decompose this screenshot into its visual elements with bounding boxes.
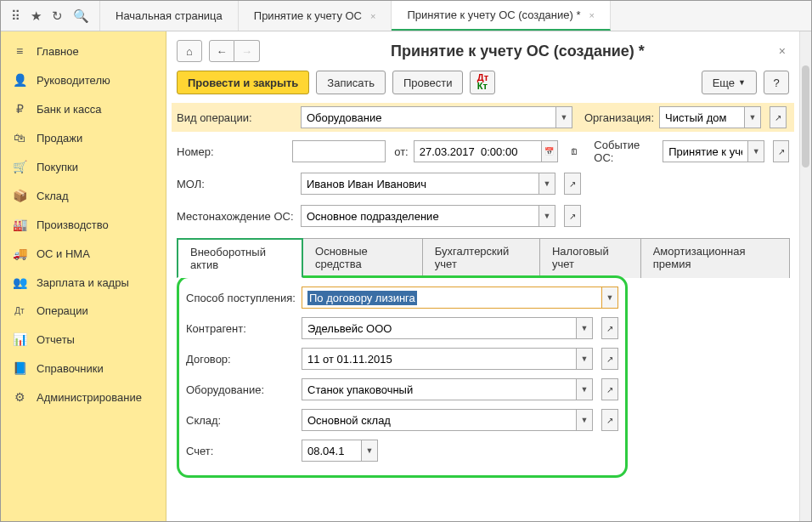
post-button[interactable]: Провести — [392, 71, 464, 94]
close-page-button[interactable]: × — [775, 44, 789, 58]
tab-accounting[interactable]: Бухгалтерский учет — [422, 238, 540, 278]
event-os-label: Событие ОС: — [594, 139, 657, 164]
equipment-label: Оборудование: — [186, 383, 296, 396]
mol-input[interactable] — [301, 173, 539, 195]
open-ref-button[interactable]: ↗ — [773, 140, 789, 162]
warehouse-input[interactable] — [302, 409, 576, 431]
open-ref-button[interactable]: ↗ — [564, 205, 581, 227]
open-ref-button[interactable]: ↗ — [564, 173, 581, 195]
from-label: от: — [394, 145, 409, 158]
dropdown-icon[interactable]: ▼ — [555, 106, 572, 128]
sidebar-item-reports[interactable]: 📊Отчеты — [1, 325, 166, 354]
dropdown-icon[interactable]: ▼ — [576, 317, 593, 339]
open-ref-button[interactable]: ↗ — [601, 378, 618, 400]
more-button[interactable]: Еще ▼ — [702, 71, 757, 94]
home-button[interactable]: ⌂ — [177, 40, 202, 62]
calendar-icon[interactable]: 📅 — [541, 140, 558, 162]
counterparty-label: Контрагент: — [186, 322, 296, 335]
bag-icon: 🛍 — [13, 131, 26, 145]
event-os-input[interactable] — [663, 140, 747, 162]
dropdown-icon[interactable]: ▼ — [576, 378, 593, 400]
organization-input[interactable] — [659, 106, 744, 128]
star-icon[interactable]: ★ — [31, 9, 42, 24]
sidebar-item-sales[interactable]: 🛍Продажи — [1, 123, 166, 152]
dropdown-icon[interactable]: ▼ — [601, 287, 618, 309]
scrollbar-thumb[interactable] — [802, 65, 809, 167]
sidebar-item-production[interactable]: 🏭Производство — [1, 210, 166, 239]
apps-icon[interactable]: ⠿ — [11, 9, 20, 24]
sidebar-item-operations[interactable]: ДтОперации — [1, 297, 166, 325]
tab-doc-2-active[interactable]: Принятие к учету ОС (создание) *× — [392, 1, 610, 31]
tab-amort-premium[interactable]: Амортизационная премия — [640, 238, 790, 278]
operation-type-input[interactable] — [301, 106, 555, 128]
number-label: Номер: — [177, 145, 287, 158]
number-input[interactable] — [292, 140, 386, 162]
method-label: Способ поступления: — [186, 292, 296, 304]
chart-icon: 📊 — [13, 332, 26, 346]
history-icon[interactable]: ↻ — [52, 9, 63, 24]
help-button[interactable]: ? — [764, 71, 789, 94]
tab-fixed-assets[interactable]: Основные средства — [302, 238, 423, 278]
account-input[interactable] — [302, 440, 361, 462]
cart-icon: 🛒 — [13, 160, 26, 173]
sidebar-item-purchases[interactable]: 🛒Покупки — [1, 152, 166, 181]
gear-icon: ⚙ — [13, 390, 26, 404]
location-input[interactable] — [301, 205, 539, 227]
back-button[interactable]: ← — [209, 40, 234, 62]
tab-doc-1[interactable]: Принятие к учету ОС× — [239, 1, 392, 31]
tab-tax[interactable]: Налоговый учет — [539, 238, 641, 278]
sidebar-item-os-nma[interactable]: 🚚ОС и НМА — [1, 239, 166, 268]
dropdown-icon[interactable]: ▼ — [361, 440, 378, 462]
chevron-down-icon: ▼ — [738, 78, 746, 87]
equipment-input[interactable] — [302, 378, 576, 400]
work-area: ⌂ ← → Принятие к учету ОС (создание) * ×… — [166, 31, 799, 521]
truck-icon: 🚚 — [13, 247, 26, 260]
open-ref-button[interactable]: ↗ — [601, 409, 618, 431]
vertical-scrollbar[interactable] — [799, 31, 811, 521]
account-label: Счет: — [186, 445, 296, 457]
top-bar: ⠿ ★ ↻ 🔍 Начальная страница Принятие к уч… — [1, 1, 811, 31]
menu-icon: ≡ — [13, 44, 26, 58]
save-button[interactable]: Записать — [316, 71, 386, 94]
factory-icon: 🏭 — [13, 218, 26, 231]
organization-label: Организация: — [584, 111, 654, 124]
counterparty-input[interactable] — [302, 317, 576, 339]
calendar-extra-icon[interactable]: 🗓 — [567, 140, 583, 162]
sidebar-item-admin[interactable]: ⚙Администрирование — [1, 383, 166, 411]
box-icon: 📦 — [13, 189, 26, 202]
dropdown-icon[interactable]: ▼ — [539, 173, 555, 195]
dropdown-icon[interactable]: ▼ — [747, 140, 764, 162]
open-ref-button[interactable]: ↗ — [601, 317, 618, 339]
ruble-icon: ₽ — [13, 102, 26, 116]
sidebar-item-main[interactable]: ≡Главное — [1, 37, 166, 65]
dtkt-icon: Дт — [13, 306, 26, 315]
dropdown-icon[interactable]: ▼ — [539, 205, 555, 227]
close-icon[interactable]: × — [589, 10, 594, 20]
date-input[interactable] — [414, 140, 541, 162]
tab-home[interactable]: Начальная страница — [100, 1, 239, 31]
sidebar-item-warehouse[interactable]: 📦Склад — [1, 181, 166, 210]
close-icon[interactable]: × — [370, 11, 375, 21]
warehouse-label: Склад: — [186, 414, 296, 427]
sidebar-item-manager[interactable]: 👤Руководителю — [1, 65, 166, 94]
contract-input[interactable] — [302, 348, 576, 370]
tab-noncurrent-asset[interactable]: Внеоборотный актив — [177, 238, 303, 278]
sidebar-item-bank[interactable]: ₽Банк и касса — [1, 94, 166, 123]
dropdown-icon[interactable]: ▼ — [576, 409, 593, 431]
contract-label: Договор: — [186, 353, 296, 366]
post-and-close-button[interactable]: Провести и закрыть — [177, 71, 309, 94]
dropdown-icon[interactable]: ▼ — [744, 106, 761, 128]
open-ref-button[interactable]: ↗ — [601, 348, 618, 370]
search-icon[interactable]: 🔍 — [73, 9, 89, 24]
method-input[interactable]: По договору лизинга — [302, 287, 601, 309]
operation-type-label: Вид операции: — [177, 111, 296, 124]
form-tabs: Внеоборотный актив Основные средства Бух… — [177, 237, 789, 278]
document-tabs: Начальная страница Принятие к учету ОС× … — [100, 1, 811, 31]
sidebar-item-catalogs[interactable]: 📘Справочники — [1, 354, 166, 383]
dtkt-button[interactable]: ДтКт — [470, 71, 495, 94]
open-ref-button[interactable]: ↗ — [770, 106, 787, 128]
location-label: Местонахождение ОС: — [177, 210, 296, 223]
dropdown-icon[interactable]: ▼ — [576, 348, 593, 370]
sidebar-item-payroll[interactable]: 👥Зарплата и кадры — [1, 268, 166, 297]
book-icon: 📘 — [13, 361, 26, 375]
